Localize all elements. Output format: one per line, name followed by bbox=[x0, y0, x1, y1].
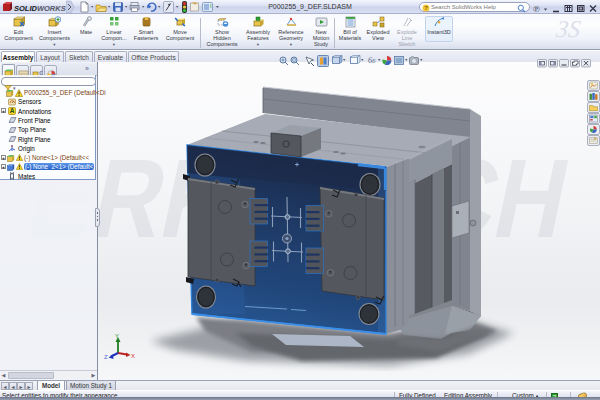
svg-text:?: ? bbox=[424, 5, 428, 11]
svg-text:66: 66 bbox=[368, 56, 376, 65]
svg-text:A: A bbox=[10, 107, 15, 114]
svg-text:Z: Z bbox=[104, 354, 108, 360]
svg-text:X: X bbox=[131, 353, 135, 359]
svg-text:℗: ℗ bbox=[533, 4, 540, 14]
svg-text:Y: Y bbox=[115, 333, 119, 339]
